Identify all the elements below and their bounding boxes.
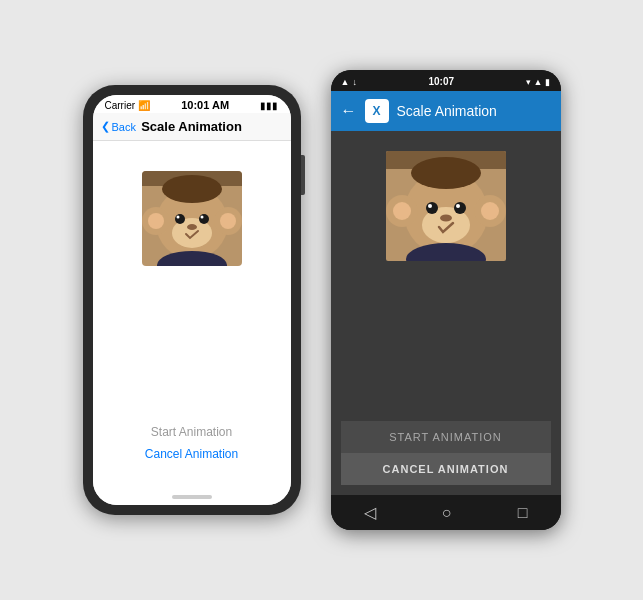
ios-page-title: Scale Animation <box>141 119 242 134</box>
svg-point-8 <box>175 214 185 224</box>
ios-buttons-container: Start Animation Cancel Animation <box>103 425 281 471</box>
android-system-icons: ▾ ▲ ▮ <box>526 77 551 87</box>
android-screen: ← X Scale Animation <box>331 91 561 495</box>
android-cancel-animation-button[interactable]: CANCEL ANIMATION <box>341 453 551 485</box>
ios-back-button[interactable]: ❮ Back <box>101 120 136 133</box>
svg-point-11 <box>200 216 203 219</box>
wifi-icon: ▾ <box>526 77 531 87</box>
svg-point-26 <box>456 204 460 208</box>
android-monkey-image <box>386 151 506 261</box>
svg-point-24 <box>454 202 466 214</box>
android-back-button[interactable]: ← <box>341 102 357 120</box>
ios-nav-bar: ❮ Back Scale Animation <box>93 113 291 141</box>
android-buttons-container: START ANIMATION CANCEL ANIMATION <box>341 421 551 485</box>
android-phone: ▲ ↓ 10:07 ▾ ▲ ▮ ← X Scale Animation <box>331 70 561 530</box>
svg-point-27 <box>440 215 452 222</box>
ios-home-button-area[interactable] <box>172 495 212 499</box>
svg-point-9 <box>199 214 209 224</box>
android-nav-bar: ◁ ○ □ <box>331 495 561 530</box>
ios-phone: Carrier 📶 10:01 AM ▮▮▮ ❮ Back Scale Anim… <box>83 85 301 515</box>
android-page-title: Scale Animation <box>397 103 497 119</box>
svg-point-28 <box>411 157 481 189</box>
svg-point-25 <box>428 204 432 208</box>
ios-battery: ▮▮▮ <box>260 100 278 111</box>
svg-point-12 <box>187 224 197 230</box>
svg-point-5 <box>148 213 164 229</box>
android-start-animation-button[interactable]: START ANIMATION <box>341 421 551 453</box>
ios-content: Start Animation Cancel Animation <box>93 141 291 491</box>
android-notification-icons: ▲ ↓ <box>341 77 357 87</box>
battery-icon: ▮▮▮ <box>260 100 278 111</box>
android-app-bar: ← X Scale Animation <box>331 91 561 131</box>
svg-point-20 <box>393 202 411 220</box>
android-back-nav-icon[interactable]: ◁ <box>364 503 376 522</box>
chevron-left-icon: ❮ <box>101 120 110 133</box>
signal-icon: ▲ <box>534 77 543 87</box>
svg-point-23 <box>426 202 438 214</box>
download-icon: ↓ <box>352 77 357 87</box>
android-app-icon: X <box>365 99 389 123</box>
wifi-icon: 📶 <box>138 100 150 111</box>
warning-icon: ▲ <box>341 77 350 87</box>
android-content: START ANIMATION CANCEL ANIMATION <box>331 131 561 495</box>
svg-point-10 <box>176 216 179 219</box>
ios-time: 10:01 AM <box>181 99 229 111</box>
ios-cancel-animation-button[interactable]: Cancel Animation <box>145 447 238 461</box>
ios-start-animation-button[interactable]: Start Animation <box>151 425 232 439</box>
android-home-nav-icon[interactable]: ○ <box>442 504 452 522</box>
svg-point-6 <box>220 213 236 229</box>
android-status-bar: ▲ ↓ 10:07 ▾ ▲ ▮ <box>331 70 561 91</box>
ios-status-bar: Carrier 📶 10:01 AM ▮▮▮ <box>93 95 291 113</box>
android-recent-nav-icon[interactable]: □ <box>518 504 528 522</box>
svg-point-13 <box>162 175 222 203</box>
svg-point-21 <box>481 202 499 220</box>
ios-carrier: Carrier 📶 <box>105 100 150 111</box>
ios-monkey-image <box>142 171 242 266</box>
android-time: 10:07 <box>428 76 454 87</box>
battery-icon: ▮ <box>545 77 550 87</box>
